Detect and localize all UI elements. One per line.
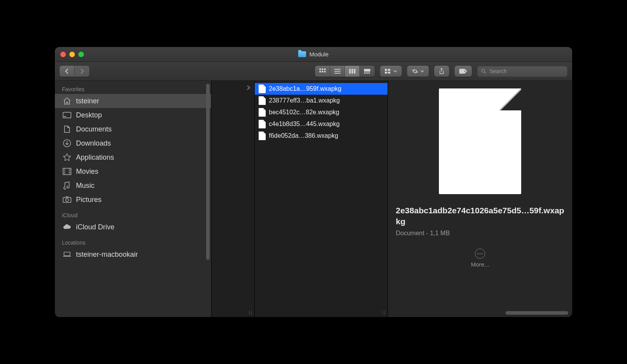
svg-rect-34 — [63, 198, 71, 203]
svg-rect-3 — [319, 71, 321, 72]
sidebar-item-pictures[interactable]: Pictures — [55, 193, 211, 207]
ellipsis-icon — [475, 249, 485, 259]
svg-rect-2 — [324, 68, 326, 70]
file-row[interactable]: f6de052da…386.wxapkg — [255, 130, 388, 142]
preview-more-button[interactable]: More... — [471, 249, 489, 268]
svg-rect-27 — [63, 168, 71, 175]
sidebar-item-downloads[interactable]: Downloads — [55, 136, 211, 150]
sidebar-item-home[interactable]: tsteiner — [55, 94, 211, 108]
cloud-icon — [63, 223, 71, 231]
window-controls — [60, 52, 84, 57]
icon-view-button[interactable] — [315, 66, 330, 77]
share-icon — [439, 68, 444, 74]
movies-icon — [63, 167, 71, 176]
svg-rect-15 — [367, 72, 368, 74]
music-icon — [63, 181, 71, 190]
zoom-window-button[interactable] — [78, 52, 84, 57]
svg-rect-11 — [354, 69, 355, 74]
file-preview-thumbnail — [439, 88, 521, 194]
svg-point-38 — [480, 253, 481, 254]
tags-button[interactable] — [455, 66, 472, 77]
svg-rect-10 — [352, 69, 353, 74]
sidebar-item-documents[interactable]: Documents — [55, 122, 211, 136]
share-button[interactable] — [434, 66, 449, 77]
preview-file-name: 2e38abc1adb2e74c1026a5e75d5…59f.wxapkg — [396, 205, 564, 227]
file-name: c4e1b8d35…445.wxapkg — [269, 121, 340, 128]
sidebar-section-header: Favorites — [55, 81, 211, 94]
chevron-right-icon — [246, 85, 250, 90]
search-input[interactable] — [489, 68, 564, 74]
sidebar-item-label: tsteiner — [76, 97, 99, 105]
file-name: bec45102c…82e.wxapkg — [269, 109, 339, 116]
sidebar-item-label: Documents — [76, 125, 112, 133]
view-mode-buttons — [315, 66, 375, 77]
file-name: f6de052da…386.wxapkg — [269, 132, 338, 139]
window-title: Module — [55, 51, 572, 58]
column-resize-handle[interactable]: || — [382, 310, 386, 315]
window-title-text: Module — [309, 51, 328, 58]
svg-rect-18 — [388, 69, 390, 71]
svg-rect-5 — [324, 71, 326, 72]
svg-rect-20 — [388, 72, 390, 74]
sidebar-section-header: Locations — [55, 234, 211, 247]
column-view-button[interactable] — [345, 66, 360, 77]
camera-icon — [63, 195, 71, 204]
file-name: 238777eff3…ba1.wxapkg — [269, 97, 340, 104]
laptop-icon — [63, 250, 71, 259]
list-view-button[interactable] — [330, 66, 345, 77]
svg-point-37 — [478, 253, 479, 254]
sidebar-item-movies[interactable]: Movies — [55, 164, 211, 178]
chevron-down-icon — [420, 70, 424, 72]
svg-rect-0 — [319, 68, 321, 70]
sidebar-section-header: iCloud — [55, 207, 211, 220]
svg-rect-4 — [322, 71, 323, 72]
applications-icon — [63, 153, 71, 162]
file-row[interactable]: 2e38abc1a…959f.wxapkg — [255, 83, 388, 95]
column-resize-handle[interactable]: || — [249, 310, 253, 315]
svg-point-39 — [482, 253, 483, 254]
preview-pane: 2e38abc1adb2e74c1026a5e75d5…59f.wxapkg D… — [388, 81, 572, 317]
sidebar-item-label: tsteiner-macbookair — [76, 250, 138, 259]
document-icon — [259, 108, 266, 117]
svg-rect-9 — [349, 69, 351, 74]
documents-icon — [63, 125, 71, 133]
sidebar-item-desktop[interactable]: Desktop — [55, 108, 211, 122]
file-row[interactable]: c4e1b8d35…445.wxapkg — [255, 118, 388, 130]
document-icon — [259, 132, 266, 140]
svg-rect-17 — [385, 69, 387, 71]
home-icon — [63, 97, 71, 105]
sidebar-item-label: Desktop — [76, 111, 102, 119]
tag-icon — [459, 68, 467, 74]
back-button[interactable] — [60, 66, 74, 77]
sidebar-item-label: iCloud Drive — [76, 223, 114, 231]
sidebar-item-computer[interactable]: tsteiner-macbookair — [55, 247, 211, 261]
forward-button[interactable] — [74, 66, 89, 77]
file-row[interactable]: 238777eff3…ba1.wxapkg — [255, 95, 388, 106]
gear-icon — [412, 68, 418, 74]
chevron-down-icon — [393, 70, 397, 72]
sidebar: Favorites tsteiner Desktop Documents Dow… — [55, 81, 212, 317]
column-parent[interactable]: || — [212, 81, 255, 317]
horizontal-scrollbar[interactable] — [506, 311, 568, 315]
sidebar-item-applications[interactable]: Applications — [55, 150, 211, 164]
sidebar-item-icloud-drive[interactable]: iCloud Drive — [55, 220, 211, 234]
svg-rect-25 — [64, 116, 66, 117]
close-window-button[interactable] — [60, 52, 66, 57]
search-field[interactable] — [477, 66, 567, 77]
file-row[interactable]: bec45102c…82e.wxapkg — [255, 106, 388, 118]
preview-file-meta: Document - 1,1 MB — [396, 230, 564, 237]
window-body: Favorites tsteiner Desktop Documents Dow… — [55, 81, 572, 317]
minimize-window-button[interactable] — [69, 52, 75, 57]
desktop-icon — [63, 111, 71, 119]
sidebar-scrollbar[interactable] — [206, 84, 210, 260]
action-menu-button[interactable] — [407, 66, 429, 77]
column-browser: || 2e38abc1a…959f.wxapkg 238777eff3…ba1.… — [212, 81, 572, 317]
sidebar-item-music[interactable]: Music — [55, 178, 211, 193]
svg-point-35 — [65, 198, 68, 201]
titlebar: Module — [55, 47, 572, 62]
file-name: 2e38abc1a…959f.wxapkg — [269, 85, 341, 92]
finder-window: Module — [55, 47, 572, 317]
gallery-view-button[interactable] — [360, 66, 375, 77]
group-by-button[interactable] — [380, 66, 402, 77]
svg-point-21 — [464, 70, 466, 72]
